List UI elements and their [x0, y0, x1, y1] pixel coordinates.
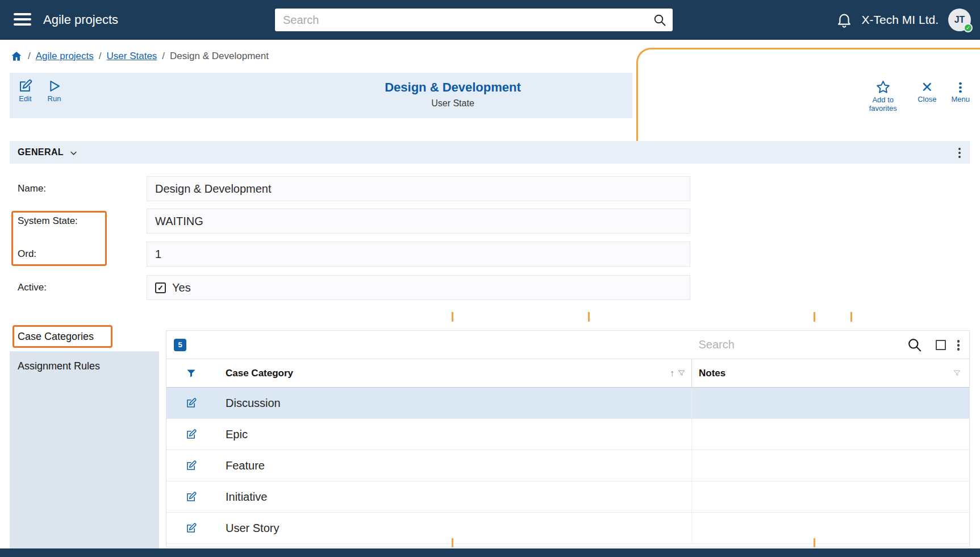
active-field-label: Active:: [18, 275, 47, 300]
organization-name: X-Tech MI Ltd.: [862, 13, 939, 27]
breadcrumb-link-user-states[interactable]: User States: [107, 51, 157, 62]
notifications-bell-icon[interactable]: [836, 12, 852, 28]
bottom-bar: [0, 548, 980, 557]
workflow-line-decoration: [452, 312, 453, 322]
favorites-button-label: Add to favorites: [863, 96, 903, 113]
breadcrumb-current: Design & Development: [170, 51, 269, 62]
user-avatar[interactable]: JT ✓: [948, 9, 971, 31]
breadcrumb-link-agile-projects[interactable]: Agile projects: [36, 51, 94, 62]
column-header-notes[interactable]: Notes: [699, 368, 725, 379]
app-window: Agile projects X-Tech MI Ltd. JT ✓ / Agi…: [0, 0, 980, 557]
cell-case-category: Epic: [226, 428, 248, 441]
edit-button-label: Edit: [19, 95, 31, 103]
system-state-field-value: WAITING: [147, 209, 690, 234]
page-subtitle: User State: [385, 98, 521, 109]
section-kebab-menu-icon[interactable]: [958, 145, 961, 160]
workflow-line-decoration: [814, 312, 815, 322]
row-edit-icon[interactable]: [185, 429, 197, 440]
menu-button[interactable]: Menu: [951, 80, 970, 104]
grid-kebab-menu-icon[interactable]: [957, 338, 960, 352]
close-button-label: Close: [918, 95, 936, 104]
home-icon[interactable]: [10, 50, 23, 63]
general-section-title: GENERAL: [18, 147, 64, 157]
system-state-field-label: System State:: [18, 209, 78, 234]
cell-notes: [691, 513, 969, 543]
run-button[interactable]: Run: [47, 78, 62, 103]
select-view-square-icon[interactable]: [936, 340, 946, 350]
top-nav-bar: Agile projects X-Tech MI Ltd. JT ✓: [0, 0, 980, 40]
name-value-text: Design & Development: [155, 182, 272, 196]
star-icon: [875, 80, 891, 95]
active-field-value: ✓ Yes: [147, 275, 690, 300]
column-header-case-category[interactable]: Case Category: [226, 368, 293, 379]
search-icon[interactable]: [653, 13, 666, 27]
breadcrumb-separator: /: [28, 51, 31, 62]
name-field-label: Name:: [18, 176, 46, 201]
tab-assignment-rules-label: Assignment Rules: [18, 360, 100, 372]
cell-notes: [691, 481, 969, 512]
sort-ascending-icon[interactable]: ↑: [670, 368, 674, 379]
row-edit-icon[interactable]: [185, 397, 197, 409]
filter-icon[interactable]: [186, 368, 197, 379]
table-row-user-story[interactable]: User Story: [166, 513, 969, 544]
cell-case-category: User Story: [226, 522, 279, 535]
workflow-line-decoration: [588, 312, 590, 322]
active-checkbox-checked[interactable]: ✓: [155, 282, 166, 293]
record-count-badge: 5: [174, 339, 186, 351]
page-title: Design & Development: [385, 80, 521, 95]
workflow-line-decoration: [814, 538, 815, 547]
kebab-menu-icon: [959, 80, 962, 94]
avatar-initials: JT: [954, 15, 965, 25]
edit-button[interactable]: Edit: [18, 78, 33, 103]
name-field-value: Design & Development: [147, 176, 690, 201]
detail-tabs: Case Categories Assignment Rules: [10, 322, 159, 548]
workflow-line-decoration: [452, 538, 453, 547]
tab-assignment-rules[interactable]: Assignment Rules: [10, 351, 159, 381]
cell-notes: [691, 419, 969, 450]
cell-notes: [691, 388, 969, 418]
record-toolbar: Edit Run Design & Development User State: [10, 73, 632, 118]
app-title: Agile projects: [43, 0, 118, 40]
online-check-badge: ✓: [964, 23, 973, 32]
chevron-down-icon[interactable]: [68, 148, 79, 159]
breadcrumb-separator: /: [99, 51, 102, 62]
column-filter-icon[interactable]: [677, 369, 686, 377]
close-x-icon: ✕: [921, 80, 933, 94]
tab-case-categories[interactable]: Case Categories: [10, 322, 159, 351]
run-play-icon: [47, 78, 62, 94]
table-row-discussion[interactable]: Discussion: [166, 388, 969, 419]
row-edit-icon[interactable]: [185, 460, 197, 472]
row-edit-icon[interactable]: [185, 522, 197, 534]
system-state-value-text: WAITING: [155, 215, 203, 228]
cell-case-category: Initiative: [226, 491, 267, 504]
grid-header-row: Case Category ↑ Notes: [166, 359, 969, 388]
cell-case-category: Discussion: [226, 397, 281, 410]
search-icon[interactable]: [907, 337, 922, 352]
run-button-label: Run: [48, 95, 61, 103]
case-categories-grid: 5 Case Category ↑ Notes: [166, 330, 970, 547]
global-search: [275, 9, 673, 31]
cell-case-category: Feature: [226, 459, 265, 472]
ord-field-label: Ord:: [18, 242, 36, 267]
ord-value-text: 1: [155, 248, 161, 261]
table-row-initiative[interactable]: Initiative: [166, 481, 969, 513]
table-row-feature[interactable]: Feature: [166, 450, 969, 481]
ord-field-value: 1: [147, 242, 690, 267]
add-to-favorites-button[interactable]: Add to favorites: [863, 80, 903, 113]
global-search-input[interactable]: [275, 9, 673, 31]
record-header: Design & Development User State: [385, 80, 521, 109]
tab-case-categories-label: Case Categories: [18, 331, 94, 343]
active-value-text: Yes: [172, 281, 191, 294]
topbar-right-group: X-Tech MI Ltd. JT ✓: [836, 0, 971, 40]
general-section-header[interactable]: GENERAL: [10, 141, 970, 164]
table-row-epic[interactable]: Epic: [166, 419, 969, 450]
edit-pencil-icon: [18, 78, 33, 94]
menu-button-label: Menu: [951, 95, 970, 104]
grid-toolbar: 5: [166, 331, 969, 359]
grid-search-input[interactable]: [699, 338, 903, 351]
hamburger-menu-icon[interactable]: [14, 13, 31, 28]
row-edit-icon[interactable]: [185, 491, 197, 503]
close-button[interactable]: ✕ Close: [918, 80, 936, 104]
breadcrumb-separator: /: [162, 51, 165, 62]
column-filter-icon[interactable]: [953, 369, 961, 377]
